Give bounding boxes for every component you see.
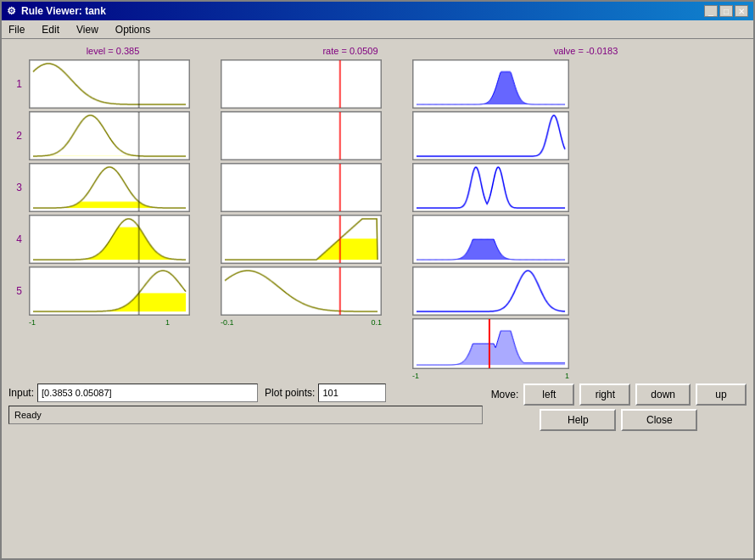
row-label-5: 5 xyxy=(8,285,25,297)
plot-mid-5 xyxy=(221,266,382,316)
menu-bar: File Edit View Options xyxy=(2,20,753,39)
minimize-btn[interactable]: _ xyxy=(704,5,718,17)
plot-right-1 xyxy=(412,59,569,109)
plots-right-col: -1 1 xyxy=(412,59,569,380)
bottom-panel: Input: Plot points: Ready Move: left xyxy=(8,384,747,431)
header-valve: valve = -0.0183 xyxy=(507,46,664,56)
row-label-2: 2 xyxy=(8,130,25,142)
plot-right-4 xyxy=(412,215,569,264)
right-axis-max: 1 xyxy=(565,372,569,380)
plot-row-3: 3 xyxy=(8,163,190,212)
plot-left-5 xyxy=(29,266,190,316)
input-row: Input: Plot points: xyxy=(8,384,483,402)
plot-left-3 xyxy=(29,163,190,212)
plots-left-col: 1 2 3 4 xyxy=(8,59,190,380)
window-title: Rule Viewer: tank xyxy=(21,5,106,17)
plot-mid-4 xyxy=(221,215,382,264)
plot-mid-3 xyxy=(221,163,382,212)
plot-mid-2 xyxy=(221,111,382,160)
left-axis-max: 1 xyxy=(165,318,170,327)
input-label: Input: xyxy=(8,387,34,399)
header-level: level = 0.385 xyxy=(32,46,193,56)
input-group: Input: xyxy=(8,384,258,402)
menu-file[interactable]: File xyxy=(5,22,28,37)
move-up-btn[interactable]: up xyxy=(696,384,747,406)
app-icon: ⚙ xyxy=(7,5,16,17)
plot-right-2 xyxy=(412,111,569,160)
bottom-left: Input: Plot points: Ready xyxy=(8,384,483,431)
plot-mid-1 xyxy=(221,59,382,109)
plot-left-1 xyxy=(29,59,190,109)
close-window-btn[interactable]: Close xyxy=(621,409,697,431)
input-field[interactable] xyxy=(37,384,258,402)
move-row: Move: left right down up xyxy=(491,384,747,406)
help-btn[interactable]: Help xyxy=(540,409,616,431)
main-content: level = 0.385 rate = 0.0509 valve = -0.0… xyxy=(2,39,753,558)
menu-view[interactable]: View xyxy=(73,22,102,37)
move-label: Move: xyxy=(491,389,519,400)
plot-points-label: Plot points: xyxy=(265,387,315,399)
plot-row-5: 5 xyxy=(8,266,190,316)
move-left-btn[interactable]: left xyxy=(523,384,574,406)
move-right-btn[interactable]: right xyxy=(579,384,630,406)
plot-left-2 xyxy=(29,111,190,160)
right-axis-min: -1 xyxy=(412,372,419,380)
left-axis-min: -1 xyxy=(29,318,36,327)
close-btn[interactable]: ✕ xyxy=(735,5,748,17)
plot-left-4 xyxy=(29,215,190,264)
plot-points-field[interactable] xyxy=(318,384,386,402)
title-bar: ⚙ Rule Viewer: tank _ □ ✕ xyxy=(2,2,753,20)
mid-axis-min: -0.1 xyxy=(221,318,234,327)
bottom-right: Move: left right down up Help Close xyxy=(491,384,747,431)
plot-right-5 xyxy=(412,266,569,316)
plot-row-2: 2 xyxy=(8,111,190,160)
move-down-btn[interactable]: down xyxy=(635,384,691,406)
plots-mid-col: -0.1 0.1 xyxy=(221,59,382,380)
status-bar: Ready xyxy=(8,406,483,424)
maximize-btn[interactable]: □ xyxy=(719,5,733,17)
plot-points-group: Plot points: xyxy=(265,384,386,402)
menu-options[interactable]: Options xyxy=(112,22,154,37)
row-label-3: 3 xyxy=(8,182,25,193)
mid-axis-max: 0.1 xyxy=(371,318,382,327)
title-bar-left: ⚙ Rule Viewer: tank xyxy=(7,5,106,17)
row-label-4: 4 xyxy=(8,233,25,245)
plot-row-1: 1 xyxy=(8,59,190,109)
row-label-1: 1 xyxy=(8,78,25,90)
main-window: ⚙ Rule Viewer: tank _ □ ✕ File Edit View… xyxy=(0,0,755,560)
plot-row-4: 4 xyxy=(8,215,190,264)
plot-aggregate xyxy=(412,318,569,369)
header-rate: rate = 0.0509 xyxy=(270,46,431,56)
title-bar-buttons: _ □ ✕ xyxy=(704,5,748,17)
plot-right-3 xyxy=(412,163,569,212)
menu-edit[interactable]: Edit xyxy=(38,22,63,37)
action-buttons-row: Help Close xyxy=(491,409,747,431)
status-text: Ready xyxy=(14,410,42,420)
